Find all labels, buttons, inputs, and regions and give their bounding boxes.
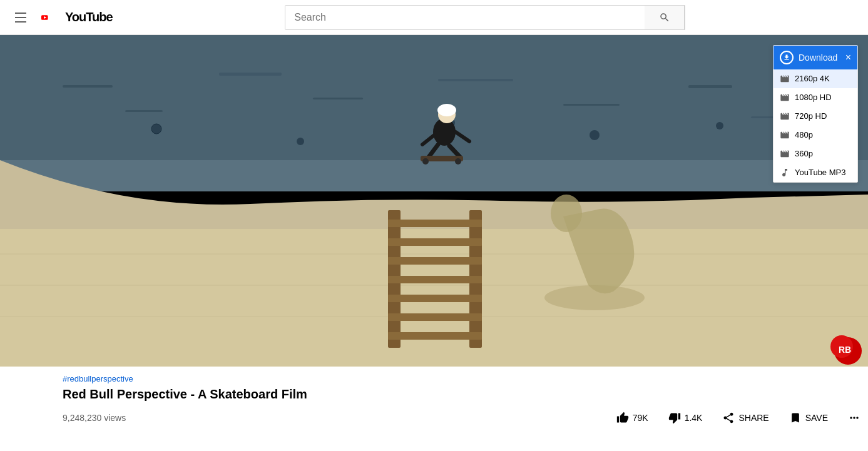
video-background: RB bbox=[0, 35, 868, 367]
svg-rect-7 bbox=[313, 98, 363, 99]
download-dropdown: Download × 2160p 4K 1080p HD 720p HD bbox=[773, 45, 858, 183]
search-button[interactable] bbox=[645, 5, 685, 30]
save-button[interactable]: SAVE bbox=[782, 407, 835, 429]
youtube-wordmark: YouTube bbox=[65, 10, 113, 24]
download-option-720p[interactable]: 720p HD bbox=[774, 107, 857, 126]
download-option-360p[interactable]: 360p bbox=[774, 144, 857, 163]
svg-point-39 bbox=[455, 158, 461, 165]
download-option-1080p[interactable]: 1080p HD bbox=[774, 88, 857, 107]
svg-point-38 bbox=[422, 158, 429, 165]
svg-point-12 bbox=[151, 124, 161, 134]
action-buttons: 79K 1.4K SHARE bbox=[609, 407, 868, 429]
video-file-icon-360p bbox=[780, 149, 790, 159]
save-icon bbox=[789, 412, 802, 424]
option-label-2160p: 2160p 4K bbox=[795, 74, 830, 83]
svg-point-32 bbox=[437, 104, 456, 116]
svg-point-13 bbox=[297, 138, 304, 145]
video-title: Red Bull Perspective - A Skateboard Film bbox=[63, 387, 868, 402]
download-close-button[interactable]: × bbox=[840, 53, 851, 63]
search-input[interactable] bbox=[285, 6, 645, 29]
svg-rect-9 bbox=[563, 104, 620, 106]
video-file-icon-1080p bbox=[780, 93, 790, 103]
like-button[interactable]: 79K bbox=[609, 407, 656, 429]
search-bar bbox=[285, 5, 685, 30]
header-left: YouTube bbox=[10, 8, 113, 28]
hamburger-menu-button[interactable] bbox=[10, 8, 31, 28]
svg-point-16 bbox=[716, 122, 723, 129]
dislike-button[interactable]: 1.4K bbox=[661, 407, 710, 429]
option-label-360p: 360p bbox=[795, 149, 813, 158]
svg-rect-5 bbox=[125, 110, 163, 112]
view-count: 9,248,230 views bbox=[63, 413, 126, 423]
option-label-720p: 720p HD bbox=[795, 111, 827, 121]
thumbs-up-icon bbox=[616, 412, 629, 424]
video-file-icon-720p bbox=[780, 111, 790, 121]
more-button[interactable] bbox=[840, 407, 868, 429]
share-icon bbox=[722, 412, 735, 424]
video-file-icon-480p bbox=[780, 130, 790, 140]
svg-rect-4 bbox=[63, 85, 113, 88]
svg-rect-8 bbox=[438, 79, 513, 81]
video-player[interactable]: RB bbox=[0, 35, 868, 367]
svg-rect-23 bbox=[388, 220, 482, 227]
download-circle-icon bbox=[780, 51, 794, 64]
share-button[interactable]: SHARE bbox=[715, 407, 776, 429]
option-label-480p: 480p bbox=[795, 130, 813, 139]
video-file-icon-2160p bbox=[780, 74, 790, 84]
svg-point-41 bbox=[551, 195, 582, 232]
search-area bbox=[113, 5, 858, 30]
svg-text:RB: RB bbox=[839, 345, 851, 355]
like-count: 79K bbox=[633, 413, 648, 423]
svg-rect-26 bbox=[388, 276, 482, 283]
download-header: Download × bbox=[774, 46, 857, 69]
header: YouTube Download × bbox=[0, 0, 868, 35]
option-label-1080p: 1080p HD bbox=[795, 93, 832, 102]
video-meta-row: 9,248,230 views 79K 1.4K bbox=[63, 407, 868, 429]
youtube-icon bbox=[41, 10, 63, 25]
svg-rect-28 bbox=[388, 313, 482, 321]
main-content: RB #redbullperspective Red Bull Perspect… bbox=[0, 35, 868, 434]
video-info: #redbullperspective Red Bull Perspective… bbox=[0, 367, 868, 434]
download-option-mp3[interactable]: YouTube MP3 bbox=[774, 163, 857, 182]
svg-point-15 bbox=[590, 130, 600, 140]
hashtag[interactable]: #redbullperspective bbox=[63, 374, 868, 383]
thumbs-down-icon bbox=[668, 412, 681, 424]
youtube-logo[interactable]: YouTube bbox=[41, 10, 113, 25]
search-icon bbox=[659, 12, 670, 23]
save-label: SAVE bbox=[805, 413, 828, 423]
download-arrow-icon bbox=[783, 54, 790, 61]
share-label: SHARE bbox=[738, 413, 768, 423]
more-horiz-icon bbox=[848, 412, 860, 424]
dislike-count: 1.4K bbox=[685, 413, 703, 423]
svg-rect-6 bbox=[219, 73, 282, 76]
download-label: Download bbox=[799, 53, 837, 63]
svg-rect-10 bbox=[688, 85, 732, 88]
svg-rect-25 bbox=[388, 257, 482, 265]
svg-rect-3 bbox=[0, 35, 868, 160]
svg-rect-29 bbox=[388, 332, 482, 340]
download-option-480p[interactable]: 480p bbox=[774, 126, 857, 144]
svg-rect-24 bbox=[388, 238, 482, 246]
svg-rect-27 bbox=[388, 295, 482, 302]
download-option-2160p[interactable]: 2160p 4K bbox=[774, 69, 857, 88]
option-label-mp3: YouTube MP3 bbox=[795, 168, 845, 177]
music-note-icon bbox=[780, 168, 790, 178]
